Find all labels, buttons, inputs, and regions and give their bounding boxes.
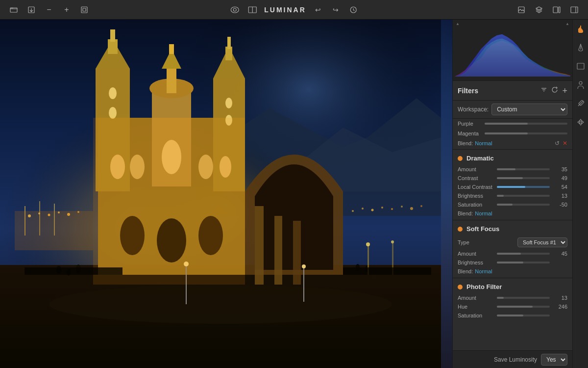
dramatic-localcontrast-row: Local Contrast 54	[453, 183, 572, 191]
preview-btn[interactable]	[229, 4, 241, 16]
svg-rect-65	[93, 118, 245, 285]
dramatic-contrast-fill	[497, 177, 523, 179]
divider-1	[453, 149, 572, 150]
sf-brightness-slider[interactable]	[497, 262, 550, 263]
person-tool-btn[interactable]	[575, 79, 586, 90]
svg-point-69	[48, 214, 50, 216]
pf-saturation-slider[interactable]	[497, 315, 550, 316]
layers-view-btn[interactable]	[533, 4, 545, 16]
sf-amount-slider[interactable]	[497, 253, 550, 255]
dramatic-localcontrast-slider[interactable]	[497, 186, 550, 188]
layout1-btn[interactable]	[551, 4, 563, 16]
zoom-out-btn[interactable]: −	[43, 4, 55, 16]
pf-amount-value: 13	[552, 295, 567, 301]
pf-hue-slider[interactable]	[497, 306, 550, 308]
magenta-slider[interactable]	[485, 132, 567, 134]
transform-tool-btn[interactable]	[575, 117, 586, 128]
export-btn[interactable]	[25, 4, 37, 16]
purple-slider[interactable]	[485, 123, 567, 125]
svg-point-68	[38, 212, 40, 214]
soft-focus-header[interactable]: Soft Focus	[453, 222, 572, 236]
history-btn[interactable]	[347, 4, 359, 16]
dramatic-title: Dramatic	[466, 155, 494, 162]
filter-add-btn[interactable]: +	[562, 86, 567, 95]
filter-refresh-btn[interactable]	[551, 86, 558, 95]
dramatic-brightness-slider[interactable]	[497, 195, 550, 197]
erase-tool-btn[interactable]	[575, 98, 586, 109]
sf-blend-value[interactable]: Normal	[475, 268, 492, 274]
sf-blend-row: Blend: Normal	[453, 267, 572, 276]
main-layout: ▲ ▲	[0, 20, 588, 368]
svg-rect-54	[293, 221, 301, 285]
filter-list[interactable]: Purple Magenta Blend: Normal ↺	[453, 119, 572, 350]
svg-point-70	[58, 211, 60, 213]
top-blend-label: Blend:	[458, 140, 473, 146]
magenta-row: Magenta	[453, 129, 572, 138]
pf-amount-row: Amount 13	[453, 293, 572, 302]
pf-amount-slider[interactable]	[497, 297, 550, 299]
open-folder-btn[interactable]	[8, 4, 20, 16]
pf-hue-value: 246	[552, 304, 567, 310]
pf-saturation-fill	[497, 315, 523, 316]
sf-brightness-row: Brightness	[453, 258, 572, 267]
svg-rect-53	[274, 216, 282, 285]
dramatic-dot	[458, 156, 463, 161]
svg-rect-91	[577, 63, 584, 69]
layout2-btn[interactable]	[568, 4, 580, 16]
dramatic-header[interactable]: Dramatic	[453, 152, 572, 165]
image-view-btn[interactable]	[515, 4, 527, 16]
dramatic-localcontrast-fill	[497, 186, 525, 188]
svg-point-67	[28, 214, 31, 217]
svg-point-73	[352, 210, 354, 212]
brush-tool-btn[interactable]	[575, 42, 586, 53]
soft-focus-type-select[interactable]: Soft Focus #1	[517, 237, 567, 247]
blend-close-btn[interactable]: ✕	[563, 140, 567, 147]
svg-point-60	[49, 285, 392, 324]
soft-focus-type-row: Type Soft Focus #1	[453, 236, 572, 249]
svg-rect-12	[559, 7, 560, 13]
filters-actions: +	[540, 86, 567, 95]
blend-reset-btn[interactable]: ↺	[555, 140, 560, 147]
dramatic-contrast-label: Contrast	[458, 175, 497, 181]
dramatic-amount-row: Amount 35	[453, 165, 572, 174]
rectangle-select-btn[interactable]	[575, 61, 586, 72]
filters-title: Filters	[458, 87, 478, 95]
dramatic-brightness-fill	[497, 195, 504, 197]
bottom-bar: Save Luminosity Yes No	[453, 350, 572, 368]
svg-rect-85	[24, 267, 122, 275]
save-select[interactable]: Yes No	[541, 354, 567, 366]
split-view-btn[interactable]	[246, 4, 258, 16]
dramatic-contrast-slider[interactable]	[497, 177, 550, 179]
svg-point-77	[391, 208, 393, 210]
dramatic-blend-value[interactable]: Normal	[475, 210, 492, 216]
dramatic-saturation-value: -50	[552, 202, 567, 208]
pf-hue-fill	[497, 306, 533, 308]
photo-filter-section: Photo Filter Amount 13 Hue	[453, 280, 572, 320]
redo-btn[interactable]: ↪	[330, 4, 342, 16]
filter-sort-btn[interactable]	[540, 86, 547, 95]
app-title: LUMINAR	[264, 6, 306, 14]
dramatic-brightness-row: Brightness 13	[453, 191, 572, 200]
top-blend-value[interactable]: Normal	[475, 140, 492, 146]
top-toolbar: − + LUMINAR ↩ ↪	[0, 0, 588, 20]
dramatic-amount-label: Amount	[458, 166, 497, 172]
undo-btn[interactable]: ↩	[312, 4, 324, 16]
dramatic-brightness-label: Brightness	[458, 193, 497, 199]
svg-point-79	[410, 207, 413, 210]
svg-rect-29	[110, 29, 115, 42]
dramatic-amount-slider[interactable]	[497, 168, 550, 170]
zoom-in-btn[interactable]: +	[61, 4, 73, 16]
workspace-select[interactable]: Custom	[491, 104, 567, 115]
divider-2	[453, 220, 572, 220]
soft-focus-title: Soft Focus	[466, 225, 499, 233]
svg-point-80	[420, 205, 422, 207]
fit-screen-btn[interactable]	[78, 4, 90, 16]
hand-tool-btn[interactable]	[575, 24, 586, 34]
top-blend-actions: ↺ ✕	[555, 140, 567, 147]
svg-rect-86	[343, 267, 431, 275]
photo-filter-header[interactable]: Photo Filter	[453, 280, 572, 293]
dramatic-amount-value: 35	[552, 166, 567, 172]
magenta-fill	[485, 132, 528, 134]
dramatic-saturation-slider[interactable]	[497, 204, 550, 206]
svg-point-82	[366, 242, 370, 246]
